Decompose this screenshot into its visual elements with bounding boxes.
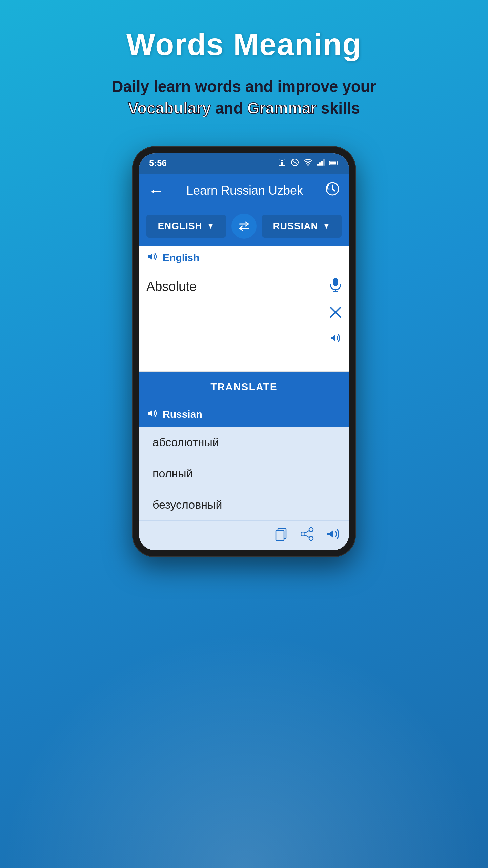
battery-icon (329, 159, 339, 168)
subtitle-grammar: Grammar (247, 99, 317, 117)
input-text: Absolute (146, 277, 329, 294)
target-lang-button[interactable]: RUSSIAN ▼ (262, 215, 342, 238)
translation-item-3: безусловный (139, 489, 349, 520)
lang-selector-row: ENGLISH ▼ RUSSIAN ▼ (139, 208, 349, 246)
output-lang-label: Russian (139, 402, 349, 427)
source-lang-chevron: ▼ (207, 222, 215, 231)
bottom-action-bar (139, 520, 349, 550)
svg-rect-20 (276, 530, 284, 540)
phone-frame: 5:56 (132, 146, 356, 557)
nav-title: Learn Russian Uzbek (186, 183, 303, 198)
svg-line-24 (305, 531, 309, 533)
back-button[interactable]: ← (148, 181, 164, 200)
svg-point-23 (309, 536, 313, 540)
subtitle-and: and (211, 99, 247, 117)
input-lang-name: English (163, 252, 199, 263)
target-lang-chevron: ▼ (323, 222, 331, 231)
svg-point-22 (301, 532, 305, 536)
input-area[interactable]: Absolute (139, 270, 349, 372)
svg-rect-1 (281, 162, 283, 165)
history-icon[interactable] (325, 182, 340, 199)
svg-rect-9 (321, 161, 323, 166)
swap-languages-button[interactable] (231, 214, 257, 239)
output-bottom-speaker-icon[interactable] (326, 528, 340, 543)
translate-button[interactable]: TRANSLATE (139, 372, 349, 402)
source-lang-button[interactable]: ENGLISH ▼ (146, 215, 226, 238)
input-lang-label: English (139, 246, 349, 270)
share-icon[interactable] (300, 527, 314, 544)
svg-point-21 (309, 528, 313, 532)
svg-rect-14 (333, 278, 338, 286)
output-lang-name: Russian (163, 409, 202, 420)
do-not-disturb-icon (291, 158, 299, 169)
translation-item-2: полный (139, 458, 349, 489)
svg-line-25 (305, 535, 309, 537)
input-bottom-speaker-icon[interactable] (329, 331, 342, 347)
status-time: 5:56 (149, 158, 167, 169)
source-lang-label: ENGLISH (158, 221, 202, 232)
svg-rect-7 (317, 164, 319, 166)
signal-icon (317, 159, 325, 168)
input-action-icons (329, 277, 342, 347)
page-subtitle: Daily learn words and improve your Vocab… (58, 76, 430, 119)
microphone-icon[interactable] (329, 277, 342, 295)
sim-icon (278, 158, 286, 169)
svg-line-5 (292, 160, 298, 165)
subtitle-line1: Daily learn words and improve your (112, 78, 376, 95)
translation-item-1: абсолютный (139, 427, 349, 458)
subtitle-end: skills (317, 99, 360, 117)
status-icons (278, 158, 339, 169)
input-speaker-icon[interactable] (146, 252, 157, 264)
subtitle-vocab: Vocabulary (128, 99, 211, 117)
svg-rect-2 (281, 160, 282, 161)
wifi-icon (304, 159, 312, 168)
copy-icon[interactable] (275, 527, 288, 544)
svg-rect-8 (319, 162, 321, 166)
status-bar: 5:56 (139, 153, 349, 174)
page-title: Words Meaning (126, 27, 362, 62)
svg-rect-10 (323, 159, 325, 166)
nav-bar: ← Learn Russian Uzbek (139, 174, 349, 208)
svg-point-6 (307, 164, 309, 166)
translation-list: абсолютный полный безусловный (139, 427, 349, 520)
svg-rect-12 (330, 161, 336, 164)
phone-screen: 5:56 (139, 153, 349, 550)
clear-icon[interactable] (329, 305, 342, 322)
input-section: English Absolute (139, 246, 349, 372)
output-speaker-icon[interactable] (146, 408, 157, 421)
output-section: Russian абсолютный полный безусловный (139, 402, 349, 550)
svg-rect-3 (282, 160, 283, 161)
target-lang-label: RUSSIAN (273, 221, 318, 232)
